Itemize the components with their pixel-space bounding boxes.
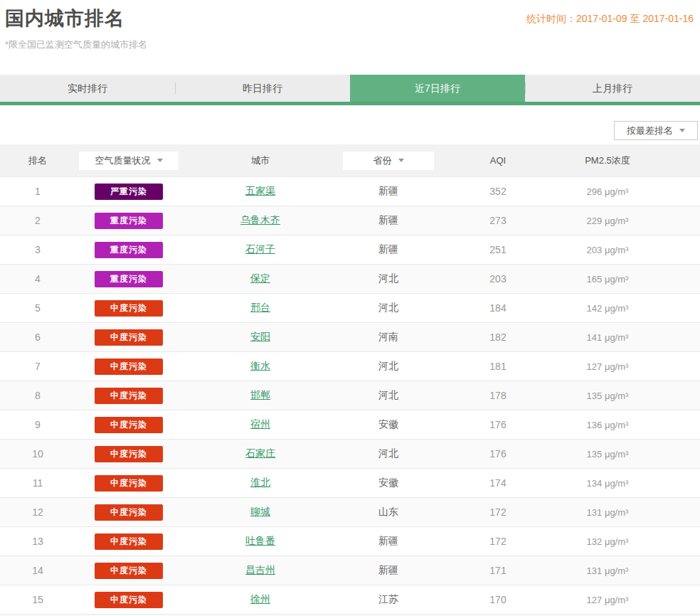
table-row: 1 严重污染 五家渠 新疆 352 296 μg/m³ — [0, 176, 700, 206]
province-cell: 新疆 — [339, 185, 438, 198]
province-cell: 新疆 — [339, 564, 438, 577]
status-cell: 中度污染 — [75, 417, 182, 433]
table-row: 6 中度污染 安阳 河南 182 141 μg/m³ — [0, 322, 700, 351]
city-link[interactable]: 邢台 — [250, 302, 270, 313]
city-link[interactable]: 昌吉州 — [245, 564, 275, 575]
aqi-cell: 170 — [438, 594, 558, 605]
city-link[interactable]: 石家庄 — [245, 447, 275, 459]
ranking-table: 排名 空气质量状况 城市 省份 AQI PM2.5浓度 1 严重污染 — [0, 144, 700, 616]
province-cell: 安徽 — [339, 477, 438, 489]
header-aqi: AQI — [438, 155, 558, 166]
city-cell: 衡水 — [182, 360, 339, 373]
aqi-cell: 184 — [438, 302, 558, 314]
city-link[interactable]: 邯郸 — [250, 389, 270, 400]
tab-lastmonth-ranking[interactable]: 上月排行 — [525, 75, 700, 102]
city-cell: 淮北 — [182, 477, 339, 489]
province-cell: 安徽 — [339, 418, 438, 431]
rank-cell: 1 — [0, 186, 75, 197]
province-cell: 河北 — [339, 272, 438, 285]
caret-down-icon — [679, 129, 685, 132]
status-cell: 重度污染 — [75, 213, 182, 229]
tab-bar: 实时排行 昨日排行 近7日排行 上月排行 — [0, 75, 700, 102]
tab-last7days-ranking[interactable]: 近7日排行 — [350, 75, 525, 102]
header-province: 省份 — [339, 152, 438, 170]
city-cell: 五家渠 — [182, 185, 339, 198]
table-row: 15 中度污染 徐州 江苏 170 127 μg/m³ — [0, 585, 700, 614]
tab-yesterday-ranking[interactable]: 昨日排行 — [175, 75, 350, 102]
pm25-cell: 131 μg/m³ — [558, 565, 700, 576]
province-filter-label: 省份 — [373, 154, 392, 167]
rank-cell: 11 — [0, 477, 75, 489]
pm25-cell: 134 μg/m³ — [558, 478, 700, 489]
aqi-cell: 172 — [438, 536, 558, 547]
rank-cell: 14 — [0, 565, 75, 576]
table-row: 12 中度污染 聊城 山东 172 131 μg/m³ — [0, 497, 700, 526]
rank-cell: 12 — [0, 506, 75, 518]
city-cell: 邢台 — [182, 302, 339, 314]
sort-dropdown-label: 按最差排名 — [627, 124, 673, 137]
toolbar: 按最差排名 — [0, 121, 698, 140]
table-row: 7 中度污染 衡水 河北 181 127 μg/m³ — [0, 351, 700, 381]
province-cell: 河北 — [339, 360, 438, 373]
aqi-cell: 178 — [438, 390, 558, 401]
status-cell: 中度污染 — [75, 563, 182, 579]
status-cell: 中度污染 — [75, 475, 182, 492]
status-cell: 中度污染 — [75, 388, 182, 404]
tab-realtime-ranking[interactable]: 实时排行 — [0, 75, 175, 102]
status-badge: 中度污染 — [95, 475, 163, 492]
page-title: 国内城市排名 — [5, 6, 124, 31]
province-cell: 河北 — [339, 302, 438, 314]
status-cell: 严重污染 — [75, 184, 182, 200]
status-badge: 中度污染 — [95, 446, 163, 462]
status-cell: 重度污染 — [75, 271, 182, 287]
city-link[interactable]: 安阳 — [250, 331, 270, 342]
sort-dropdown[interactable]: 按最差排名 — [614, 121, 698, 140]
status-badge: 严重污染 — [95, 184, 163, 200]
city-cell: 保定 — [182, 272, 339, 285]
city-link[interactable]: 乌鲁木齐 — [240, 214, 280, 225]
status-cell: 中度污染 — [75, 300, 182, 317]
aqi-cell: 352 — [438, 186, 558, 197]
aqi-cell: 171 — [438, 565, 558, 576]
city-link[interactable]: 保定 — [250, 272, 270, 284]
status-cell: 中度污染 — [75, 592, 182, 608]
city-cell: 聊城 — [182, 506, 339, 519]
aqi-cell: 174 — [438, 477, 558, 489]
city-link[interactable]: 五家渠 — [245, 185, 275, 196]
rank-cell: 6 — [0, 331, 75, 343]
city-link[interactable]: 衡水 — [250, 360, 270, 371]
table-row: 9 中度污染 宿州 安徽 176 136 μg/m³ — [0, 410, 700, 439]
table-body: 1 严重污染 五家渠 新疆 352 296 μg/m³ 2 重度污染 乌鲁木齐 … — [0, 176, 700, 616]
city-link[interactable]: 聊城 — [250, 506, 270, 517]
province-filter-dropdown[interactable]: 省份 — [343, 152, 434, 170]
caret-down-icon — [157, 159, 163, 162]
status-badge: 中度污染 — [95, 504, 163, 521]
province-cell: 新疆 — [339, 243, 438, 256]
city-cell: 乌鲁木齐 — [182, 214, 339, 227]
rank-cell: 5 — [0, 302, 75, 314]
status-cell: 重度污染 — [75, 242, 182, 258]
city-link[interactable]: 吐鲁番 — [245, 535, 275, 546]
city-link[interactable]: 徐州 — [250, 593, 270, 605]
table-row: 11 中度污染 淮北 安徽 174 134 μg/m³ — [0, 468, 700, 497]
city-link[interactable]: 宿州 — [250, 418, 270, 430]
table-row: 14 中度污染 昌吉州 新疆 171 131 μg/m³ — [0, 556, 700, 585]
page-header: 国内城市排名 统计时间：2017-01-09 至 2017-01-16 *限全国… — [0, 0, 700, 75]
header-status: 空气质量状况 — [75, 152, 182, 170]
table-row: 5 中度污染 邢台 河北 184 142 μg/m³ — [0, 293, 700, 322]
rank-cell: 13 — [0, 536, 75, 547]
province-cell: 河北 — [339, 389, 438, 402]
city-link[interactable]: 淮北 — [250, 477, 270, 488]
rank-cell: 8 — [0, 390, 75, 401]
status-badge: 中度污染 — [95, 417, 163, 433]
pm25-cell: 127 μg/m³ — [558, 595, 700, 605]
status-filter-dropdown[interactable]: 空气质量状况 — [79, 152, 179, 170]
rank-cell: 2 — [0, 215, 75, 226]
city-cell: 安阳 — [182, 331, 339, 344]
status-cell: 中度污染 — [75, 359, 182, 375]
table-row: 8 中度污染 邯郸 河北 178 135 μg/m³ — [0, 381, 700, 410]
table-header-row: 排名 空气质量状况 城市 省份 AQI PM2.5浓度 — [0, 144, 700, 176]
header-city: 城市 — [182, 154, 339, 167]
table-row: 4 重度污染 保定 河北 203 165 μg/m³ — [0, 264, 700, 293]
city-link[interactable]: 石河子 — [245, 243, 275, 255]
